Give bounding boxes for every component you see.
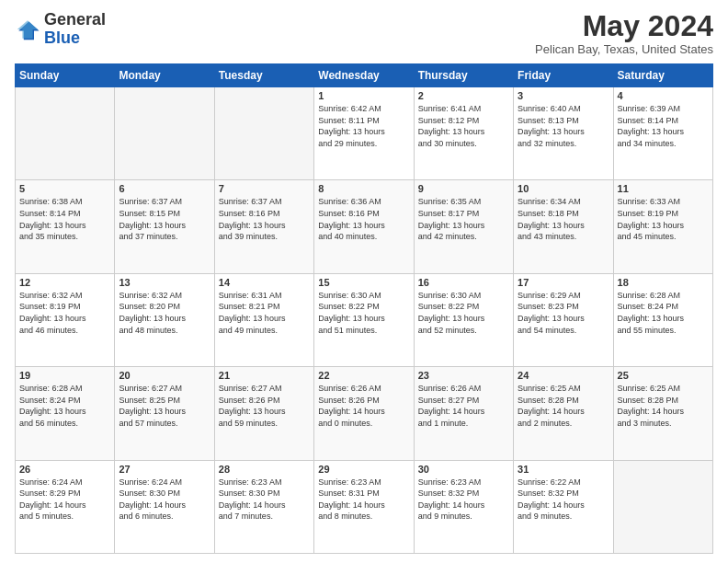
calendar-week-row: 12Sunrise: 6:32 AM Sunset: 8:19 PM Dayli… xyxy=(16,273,713,366)
day-number: 4 xyxy=(618,90,709,101)
day-number: 25 xyxy=(618,370,709,381)
day-info: Sunrise: 6:23 AM Sunset: 8:31 PM Dayligh… xyxy=(318,477,409,523)
day-info: Sunrise: 6:28 AM Sunset: 8:24 PM Dayligh… xyxy=(618,290,709,336)
day-info: Sunrise: 6:27 AM Sunset: 8:26 PM Dayligh… xyxy=(219,383,310,429)
day-number: 2 xyxy=(418,90,509,101)
calendar-week-row: 19Sunrise: 6:28 AM Sunset: 8:24 PM Dayli… xyxy=(16,367,713,460)
day-info: Sunrise: 6:30 AM Sunset: 8:22 PM Dayligh… xyxy=(418,290,509,336)
day-info: Sunrise: 6:30 AM Sunset: 8:22 PM Dayligh… xyxy=(318,290,409,336)
day-info: Sunrise: 6:22 AM Sunset: 8:32 PM Dayligh… xyxy=(518,477,609,523)
calendar-week-row: 26Sunrise: 6:24 AM Sunset: 8:29 PM Dayli… xyxy=(16,460,713,553)
calendar-day: 4Sunrise: 6:39 AM Sunset: 8:14 PM Daylig… xyxy=(613,87,712,180)
day-info: Sunrise: 6:23 AM Sunset: 8:32 PM Dayligh… xyxy=(418,477,509,523)
day-info: Sunrise: 6:34 AM Sunset: 8:18 PM Dayligh… xyxy=(518,196,609,242)
calendar-day: 6Sunrise: 6:37 AM Sunset: 8:15 PM Daylig… xyxy=(115,180,214,273)
day-info: Sunrise: 6:37 AM Sunset: 8:16 PM Dayligh… xyxy=(219,196,310,242)
day-number: 19 xyxy=(19,370,110,381)
day-info: Sunrise: 6:33 AM Sunset: 8:19 PM Dayligh… xyxy=(618,196,709,242)
calendar-day: 16Sunrise: 6:30 AM Sunset: 8:22 PM Dayli… xyxy=(414,273,513,366)
day-number: 13 xyxy=(119,277,210,288)
calendar-header-row: SundayMondayTuesdayWednesdayThursdayFrid… xyxy=(16,64,713,87)
day-number: 6 xyxy=(119,183,210,194)
calendar-day: 10Sunrise: 6:34 AM Sunset: 8:18 PM Dayli… xyxy=(514,180,613,273)
day-info: Sunrise: 6:24 AM Sunset: 8:29 PM Dayligh… xyxy=(19,477,110,523)
day-info: Sunrise: 6:32 AM Sunset: 8:19 PM Dayligh… xyxy=(19,290,110,336)
day-info: Sunrise: 6:38 AM Sunset: 8:14 PM Dayligh… xyxy=(19,196,110,242)
header: General Blue May 2024 Pelican Bay, Texas… xyxy=(15,11,713,56)
day-number: 23 xyxy=(418,370,509,381)
calendar-header-sunday: Sunday xyxy=(16,64,115,87)
logo-general: General xyxy=(44,10,106,29)
calendar-day: 27Sunrise: 6:24 AM Sunset: 8:30 PM Dayli… xyxy=(115,460,214,553)
day-info: Sunrise: 6:39 AM Sunset: 8:14 PM Dayligh… xyxy=(618,103,709,149)
header-right: May 2024 Pelican Bay, Texas, United Stat… xyxy=(535,11,713,56)
calendar-week-row: 1Sunrise: 6:42 AM Sunset: 8:11 PM Daylig… xyxy=(16,87,713,180)
calendar-day: 7Sunrise: 6:37 AM Sunset: 8:16 PM Daylig… xyxy=(214,180,313,273)
calendar-day: 9Sunrise: 6:35 AM Sunset: 8:17 PM Daylig… xyxy=(414,180,513,273)
day-number: 8 xyxy=(318,183,409,194)
calendar-week-row: 5Sunrise: 6:38 AM Sunset: 8:14 PM Daylig… xyxy=(16,180,713,273)
day-number: 31 xyxy=(518,464,609,475)
calendar-day: 20Sunrise: 6:27 AM Sunset: 8:25 PM Dayli… xyxy=(115,367,214,460)
calendar-day: 24Sunrise: 6:25 AM Sunset: 8:28 PM Dayli… xyxy=(514,367,613,460)
day-number: 21 xyxy=(219,370,310,381)
calendar-header-saturday: Saturday xyxy=(613,64,712,87)
logo-icon xyxy=(15,17,40,42)
day-number: 3 xyxy=(518,90,609,101)
day-number: 18 xyxy=(618,277,709,288)
calendar-table: SundayMondayTuesdayWednesdayThursdayFrid… xyxy=(15,63,713,554)
calendar-day: 14Sunrise: 6:31 AM Sunset: 8:21 PM Dayli… xyxy=(214,273,313,366)
calendar-day: 25Sunrise: 6:25 AM Sunset: 8:28 PM Dayli… xyxy=(613,367,712,460)
day-number: 15 xyxy=(318,277,409,288)
day-number: 29 xyxy=(318,464,409,475)
day-number: 30 xyxy=(418,464,509,475)
calendar-day xyxy=(613,460,712,553)
day-info: Sunrise: 6:24 AM Sunset: 8:30 PM Dayligh… xyxy=(119,477,210,523)
calendar-day: 21Sunrise: 6:27 AM Sunset: 8:26 PM Dayli… xyxy=(214,367,313,460)
day-number: 20 xyxy=(119,370,210,381)
calendar-day: 11Sunrise: 6:33 AM Sunset: 8:19 PM Dayli… xyxy=(613,180,712,273)
day-info: Sunrise: 6:26 AM Sunset: 8:27 PM Dayligh… xyxy=(418,383,509,429)
day-number: 17 xyxy=(518,277,609,288)
calendar-day: 18Sunrise: 6:28 AM Sunset: 8:24 PM Dayli… xyxy=(613,273,712,366)
calendar-day: 13Sunrise: 6:32 AM Sunset: 8:20 PM Dayli… xyxy=(115,273,214,366)
day-number: 27 xyxy=(119,464,210,475)
page: General Blue May 2024 Pelican Bay, Texas… xyxy=(0,0,728,563)
day-number: 28 xyxy=(219,464,310,475)
calendar-header-tuesday: Tuesday xyxy=(214,64,313,87)
day-info: Sunrise: 6:26 AM Sunset: 8:26 PM Dayligh… xyxy=(318,383,409,429)
calendar-day: 8Sunrise: 6:36 AM Sunset: 8:16 PM Daylig… xyxy=(314,180,414,273)
calendar-day: 1Sunrise: 6:42 AM Sunset: 8:11 PM Daylig… xyxy=(314,87,414,180)
calendar-day: 30Sunrise: 6:23 AM Sunset: 8:32 PM Dayli… xyxy=(414,460,513,553)
day-info: Sunrise: 6:31 AM Sunset: 8:21 PM Dayligh… xyxy=(219,290,310,336)
calendar-day: 15Sunrise: 6:30 AM Sunset: 8:22 PM Dayli… xyxy=(314,273,414,366)
day-number: 12 xyxy=(19,277,110,288)
day-info: Sunrise: 6:25 AM Sunset: 8:28 PM Dayligh… xyxy=(518,383,609,429)
day-info: Sunrise: 6:25 AM Sunset: 8:28 PM Dayligh… xyxy=(618,383,709,429)
day-number: 22 xyxy=(318,370,409,381)
day-number: 11 xyxy=(618,183,709,194)
day-info: Sunrise: 6:37 AM Sunset: 8:15 PM Dayligh… xyxy=(119,196,210,242)
calendar-header-wednesday: Wednesday xyxy=(314,64,414,87)
day-info: Sunrise: 6:29 AM Sunset: 8:23 PM Dayligh… xyxy=(518,290,609,336)
logo-blue: Blue xyxy=(44,29,80,47)
day-number: 24 xyxy=(518,370,609,381)
day-number: 7 xyxy=(219,183,310,194)
calendar-day xyxy=(115,87,214,180)
calendar-day: 2Sunrise: 6:41 AM Sunset: 8:12 PM Daylig… xyxy=(414,87,513,180)
day-number: 26 xyxy=(19,464,110,475)
calendar-day: 29Sunrise: 6:23 AM Sunset: 8:31 PM Dayli… xyxy=(314,460,414,553)
calendar-day: 17Sunrise: 6:29 AM Sunset: 8:23 PM Dayli… xyxy=(514,273,613,366)
month-title: May 2024 xyxy=(535,11,713,40)
location: Pelican Bay, Texas, United States xyxy=(535,42,713,56)
calendar-day: 22Sunrise: 6:26 AM Sunset: 8:26 PM Dayli… xyxy=(314,367,414,460)
day-info: Sunrise: 6:28 AM Sunset: 8:24 PM Dayligh… xyxy=(19,383,110,429)
logo-text: General Blue xyxy=(44,11,106,48)
calendar-header-friday: Friday xyxy=(514,64,613,87)
calendar-day: 3Sunrise: 6:40 AM Sunset: 8:13 PM Daylig… xyxy=(514,87,613,180)
day-info: Sunrise: 6:42 AM Sunset: 8:11 PM Dayligh… xyxy=(318,103,409,149)
day-info: Sunrise: 6:23 AM Sunset: 8:30 PM Dayligh… xyxy=(219,477,310,523)
day-info: Sunrise: 6:36 AM Sunset: 8:16 PM Dayligh… xyxy=(318,196,409,242)
day-number: 10 xyxy=(518,183,609,194)
calendar-day xyxy=(16,87,115,180)
